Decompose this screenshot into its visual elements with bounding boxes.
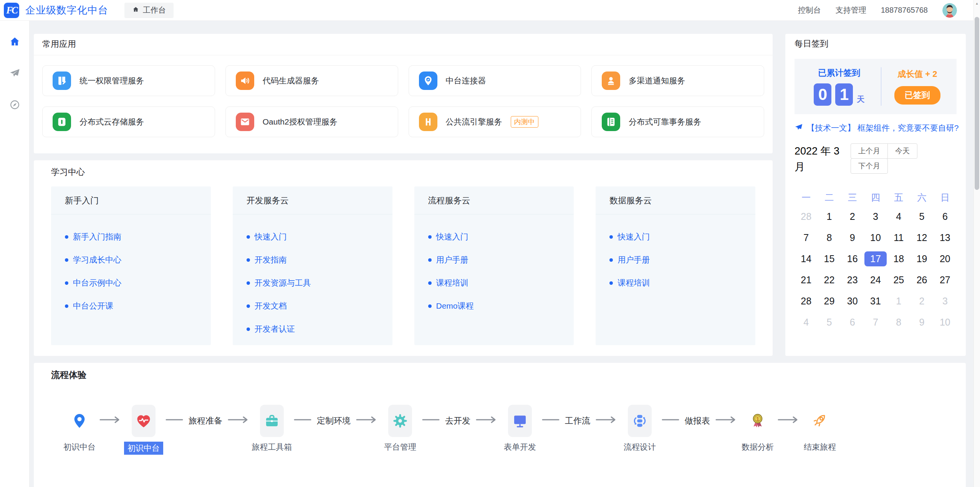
calendar-day[interactable]: 6 (934, 206, 957, 227)
learning-link[interactable]: 中台示例中心 (65, 278, 197, 288)
calendar-day[interactable]: 16 (841, 248, 864, 269)
calendar-day[interactable]: 5 (910, 206, 933, 227)
calendar-day[interactable]: 27 (934, 269, 957, 291)
calendar-day[interactable]: 19 (910, 248, 933, 269)
location-pin-icon[interactable] (70, 405, 89, 437)
learning-link[interactable]: 开发文档 (247, 301, 379, 311)
calendar-day[interactable]: 1 (887, 291, 910, 312)
app-card[interactable]: 代码生成器服务 (225, 65, 398, 96)
calendar-day[interactable]: 26 (910, 269, 933, 291)
tab-workbench[interactable]: 工作台 (124, 3, 174, 18)
paper-plane-icon[interactable] (8, 67, 21, 79)
calendar-day[interactable]: 11 (887, 227, 910, 248)
calendar-day[interactable]: 25 (887, 269, 910, 291)
calendar-day[interactable]: 22 (818, 269, 841, 291)
app-title: 企业级数字化中台 (25, 3, 108, 17)
home-icon[interactable] (8, 35, 21, 48)
scrollbar-thumb[interactable] (975, 17, 979, 190)
journey-flow: 初识中台初识中台旅程准备旅程工具箱定制环境平台管理去开发表单开发工作流流程设计做… (70, 405, 949, 437)
learning-link[interactable]: 开发指南 (247, 254, 379, 265)
calendar-day[interactable]: 31 (864, 291, 887, 312)
learning-link[interactable]: Demo课程 (428, 301, 560, 311)
calendar-day[interactable]: 23 (841, 269, 864, 291)
nav-console[interactable]: 控制台 (798, 5, 821, 15)
bullet-dot (428, 235, 432, 239)
journey-step: 平台管理 (388, 405, 412, 437)
calendar-day[interactable]: 28 (795, 206, 818, 227)
briefcase-icon[interactable] (260, 405, 284, 437)
signin-summary-box: 已累计签到 0 1 天 成长值 + 2 已签到 (795, 59, 957, 114)
calendar-day[interactable]: 2 (841, 206, 864, 227)
scroll-up-arrow[interactable]: ▲ (974, 0, 980, 7)
app-card[interactable]: 多渠道通知服务 (591, 65, 764, 96)
nav-support[interactable]: 支持管理 (836, 5, 866, 15)
learning-link[interactable]: 快速入门 (247, 231, 379, 242)
calendar-day[interactable]: 20 (934, 248, 957, 269)
calendar-day[interactable]: 3 (934, 291, 957, 312)
compass-icon[interactable] (8, 98, 21, 111)
calendar-day[interactable]: 3 (864, 206, 887, 227)
signin-days-digit: 0 (814, 83, 831, 106)
calendar-day[interactable]: 10 (864, 227, 887, 248)
learning-column: 流程服务云快速入门用户手册课程培训Demo课程 (414, 186, 574, 345)
medal-icon[interactable]: 1 (748, 405, 768, 437)
learning-link[interactable]: 中台公开课 (65, 301, 197, 311)
rocket-icon[interactable] (810, 405, 830, 437)
gear-icon[interactable] (388, 405, 412, 437)
heart-pulse-icon[interactable] (132, 405, 156, 437)
signed-in-button[interactable]: 已签到 (894, 86, 940, 105)
calendar-day[interactable]: 10 (934, 312, 957, 333)
learning-link[interactable]: 用户手册 (609, 254, 742, 265)
tech-article-link[interactable]: 【技术一文】 框架组件，究竟要不要自研? (795, 123, 957, 133)
monitor-icon[interactable] (508, 405, 532, 437)
calendar-day[interactable]: 7 (864, 312, 887, 333)
app-card[interactable]: 分布式云存储服务 (42, 106, 215, 137)
next-month-button[interactable]: 下个月 (851, 158, 888, 174)
user-avatar[interactable] (942, 3, 957, 18)
app-card[interactable]: 中台连接器 (409, 65, 581, 96)
learning-link[interactable]: 课程培训 (609, 278, 742, 288)
prev-month-button[interactable]: 上个月 (851, 143, 888, 159)
calendar-day[interactable]: 24 (864, 269, 887, 291)
page-scrollbar[interactable]: ▲ (973, 0, 980, 487)
calendar-day[interactable]: 15 (818, 248, 841, 269)
app-card[interactable]: Oauth2授权管理服务 (225, 106, 398, 137)
calendar-day[interactable]: 4 (795, 312, 818, 333)
calendar-day[interactable]: 8 (887, 312, 910, 333)
app-card[interactable]: 分布式可靠事务服务 (591, 106, 764, 137)
calendar-day[interactable]: 5 (818, 312, 841, 333)
learning-link[interactable]: 快速入门 (609, 231, 742, 242)
flowchart-icon[interactable] (628, 405, 652, 437)
calendar-day[interactable]: 9 (910, 312, 933, 333)
learning-link[interactable]: 开发者认证 (247, 324, 379, 334)
calendar-day-number: 9 (850, 232, 855, 243)
learning-links: 快速入门开发指南开发资源与工具开发文档开发者认证 (233, 214, 392, 334)
calendar-day[interactable]: 28 (795, 291, 818, 312)
calendar-day[interactable]: 2 (910, 291, 933, 312)
learning-link[interactable]: 学习成长中心 (65, 254, 197, 265)
calendar-day[interactable]: 21 (795, 269, 818, 291)
learning-link[interactable]: 开发资源与工具 (247, 278, 379, 288)
calendar-day[interactable]: 13 (934, 227, 957, 248)
calendar-day[interactable]: 7 (795, 227, 818, 248)
app-card[interactable]: 统一权限管理服务 (42, 65, 215, 96)
calendar-day[interactable]: 4 (887, 206, 910, 227)
tab-label: 工作台 (143, 5, 166, 15)
learning-column: 数据服务云快速入门用户手册课程培训 (596, 186, 755, 345)
calendar-day[interactable]: 18 (887, 248, 910, 269)
learning-link[interactable]: 新手入门指南 (65, 231, 197, 242)
learning-link[interactable]: 快速入门 (428, 231, 560, 242)
calendar-day[interactable]: 9 (841, 227, 864, 248)
learning-link[interactable]: 课程培训 (428, 278, 560, 288)
calendar-day[interactable]: 29 (818, 291, 841, 312)
calendar-day[interactable]: 6 (841, 312, 864, 333)
calendar-day[interactable]: 1 (818, 206, 841, 227)
app-card[interactable]: 公共流引擎服务内测中 (409, 106, 581, 137)
today-button[interactable]: 今天 (887, 143, 917, 159)
calendar-day[interactable]: 17 (864, 248, 887, 269)
calendar-day[interactable]: 8 (818, 227, 841, 248)
learning-link[interactable]: 用户手册 (428, 254, 560, 265)
calendar-day[interactable]: 30 (841, 291, 864, 312)
calendar-day[interactable]: 12 (910, 227, 933, 248)
calendar-day[interactable]: 14 (795, 248, 818, 269)
